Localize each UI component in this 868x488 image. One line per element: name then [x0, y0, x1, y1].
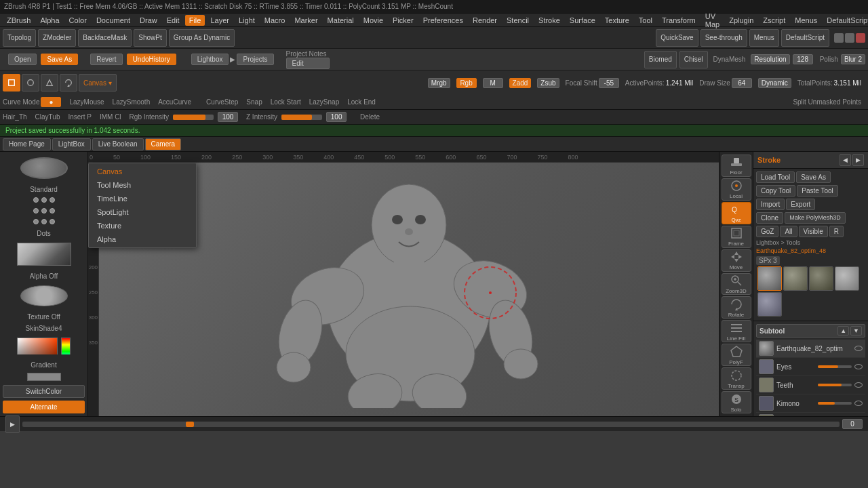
polyf-btn[interactable]: PolyF [722, 344, 751, 366]
canvas-menu-timeline[interactable]: TimeLine [89, 192, 196, 205]
subtool-item-kimono[interactable]: Kimono [756, 394, 865, 413]
dot6[interactable] [50, 208, 55, 214]
canvas-menu-canvas[interactable]: Canvas [89, 165, 196, 178]
lightbox-btn[interactable]: Lightbox [191, 54, 229, 65]
save-as-tool-btn[interactable]: Save As [796, 171, 831, 183]
alpha-preview[interactable] [17, 243, 71, 266]
menu-zplugin[interactable]: Zplugin [725, 15, 757, 26]
subtool-main-eye[interactable] [854, 346, 863, 351]
quicksave-btn[interactable]: QuickSave [656, 29, 698, 47]
rotate-btn[interactable]: Rotate [722, 296, 751, 319]
menu-document[interactable]: Document [92, 15, 134, 26]
scale-mode-btn[interactable] [41, 74, 58, 92]
make-polymesh3d-btn[interactable]: Make PolyMesh3D [785, 212, 846, 224]
canvas-menu-btn[interactable]: Canvas ▾ [79, 74, 117, 92]
frame-btn[interactable]: Frame [722, 226, 751, 248]
zmodeler-btn[interactable]: ZModeler [38, 29, 76, 47]
clone-btn[interactable]: Clone [756, 212, 783, 224]
m-btn[interactable]: M [483, 78, 503, 88]
color-picker[interactable] [17, 338, 71, 354]
rgb-intensity-slider[interactable] [173, 115, 214, 120]
thumb-earthquake[interactable] [783, 266, 808, 291]
transp-btn[interactable]: Transp [722, 367, 751, 390]
open-btn[interactable]: Open [8, 54, 37, 65]
texture-preview[interactable] [20, 285, 68, 306]
zsub-btn[interactable]: Zsub [537, 78, 559, 88]
subtool-expand-btn[interactable]: ▼ [850, 326, 862, 336]
undo-history-btn[interactable]: UndoHistory [127, 54, 176, 65]
menu-macro[interactable]: Macro [260, 15, 290, 26]
thumb-main[interactable] [757, 266, 782, 291]
edit-btn[interactable]: Edit [286, 58, 330, 69]
menu-texture[interactable]: Texture [601, 15, 633, 26]
showpt-btn[interactable]: ShowPt [134, 29, 166, 47]
timeline-frame-value[interactable]: 0 [842, 419, 863, 429]
menus-btn[interactable]: Menus [749, 29, 779, 47]
subtool-collapse-btn[interactable]: ▲ [837, 326, 849, 336]
canvas-menu-tool-mesh[interactable]: Tool Mesh [89, 178, 196, 192]
group-as-dynamic-btn[interactable]: Group As Dynamic [169, 29, 235, 47]
export-btn[interactable]: Export [786, 199, 815, 210]
draw-size-value[interactable]: 64 [732, 78, 752, 88]
subtool-slider-kimono[interactable] [818, 402, 852, 405]
move-mode-btn[interactable] [22, 74, 39, 92]
stroke-forward-btn[interactable]: ▶ [852, 154, 864, 166]
timeline-play-btn[interactable]: ▶ [5, 415, 20, 433]
menu-stroke[interactable]: Stroke [534, 15, 564, 26]
menu-defaultscript[interactable]: DefaultScript [823, 15, 868, 26]
move-btn[interactable]: Move [722, 249, 751, 272]
z-intensity-slider[interactable] [281, 115, 322, 120]
floor-btn[interactable]: Floor [722, 155, 751, 177]
window-close-btn[interactable] [856, 33, 865, 43]
window-min-btn[interactable] [834, 33, 844, 43]
dot5[interactable] [41, 208, 47, 214]
save-as-btn[interactable]: Save As [41, 54, 78, 65]
subtool-main-item[interactable]: Earthquake_82_optim [756, 340, 865, 358]
canvas-menu-texture[interactable]: Texture [89, 219, 196, 232]
menu-file[interactable]: File [185, 15, 205, 26]
menu-material[interactable]: Material [323, 15, 358, 26]
goz-btn[interactable]: GoZ [756, 226, 778, 237]
brush-preview[interactable] [20, 157, 68, 179]
dynamic-btn[interactable]: Dynamic [758, 78, 791, 88]
window-max-btn[interactable] [845, 33, 854, 43]
menu-edit[interactable]: Edit [163, 15, 184, 26]
menu-movie[interactable]: Movie [359, 15, 387, 26]
projects-btn[interactable]: Projects [237, 54, 273, 65]
see-through-btn[interactable]: See-through [701, 29, 747, 47]
zoom3d-btn[interactable]: Zoom3D [722, 273, 751, 296]
dot4[interactable] [33, 208, 39, 214]
canvas-menu-spotlight[interactable]: SpotLight [89, 205, 196, 219]
menu-transform[interactable]: Transform [658, 15, 700, 26]
subtool-eye-eyes[interactable] [854, 364, 863, 369]
stroke-back-btn[interactable]: ◀ [840, 154, 851, 166]
rgb-btn[interactable]: Rgb [456, 78, 477, 88]
subtool-slider-teeth[interactable] [818, 384, 852, 386]
curve-mode-btn[interactable]: ● [41, 97, 61, 107]
zadd-btn[interactable]: Zadd [509, 78, 532, 88]
local-btn[interactable]: Local [722, 178, 751, 201]
menu-preferences[interactable]: Preferences [419, 15, 467, 26]
menu-marker[interactable]: Marker [290, 15, 321, 26]
color-hue-strip[interactable] [61, 338, 71, 354]
draw-mode-btn[interactable] [3, 74, 20, 92]
alternate-btn[interactable]: Alternate [3, 401, 85, 413]
thumb-alpha[interactable] [835, 266, 859, 291]
dot9[interactable] [50, 219, 55, 224]
menu-menus[interactable]: Menus [791, 15, 821, 26]
subtool-item-lace[interactable]: Lace [756, 413, 865, 416]
topolog-btn[interactable]: Topolog [3, 29, 36, 47]
revert-btn[interactable]: Revert [90, 54, 122, 65]
menu-uvmap[interactable]: UV Map [701, 11, 724, 30]
qvz-btn[interactable]: Q Qvz [722, 202, 751, 224]
menu-color[interactable]: Color [65, 15, 91, 26]
visible-btn[interactable]: Visible [799, 226, 828, 237]
dot7[interactable] [33, 219, 39, 224]
menu-zscript[interactable]: Zscript [759, 15, 789, 26]
dot3[interactable] [50, 197, 55, 203]
tab-lightbox[interactable]: LightBox [52, 138, 91, 150]
mrgb-btn[interactable]: Mrgb [428, 78, 450, 88]
backface-mask-btn[interactable]: BackfaceMask [78, 29, 132, 47]
canvas-dropdown-menu[interactable]: Canvas Tool Mesh TimeLine SpotLight Text… [88, 163, 197, 248]
solo-btn[interactable]: S Solo [722, 391, 751, 413]
